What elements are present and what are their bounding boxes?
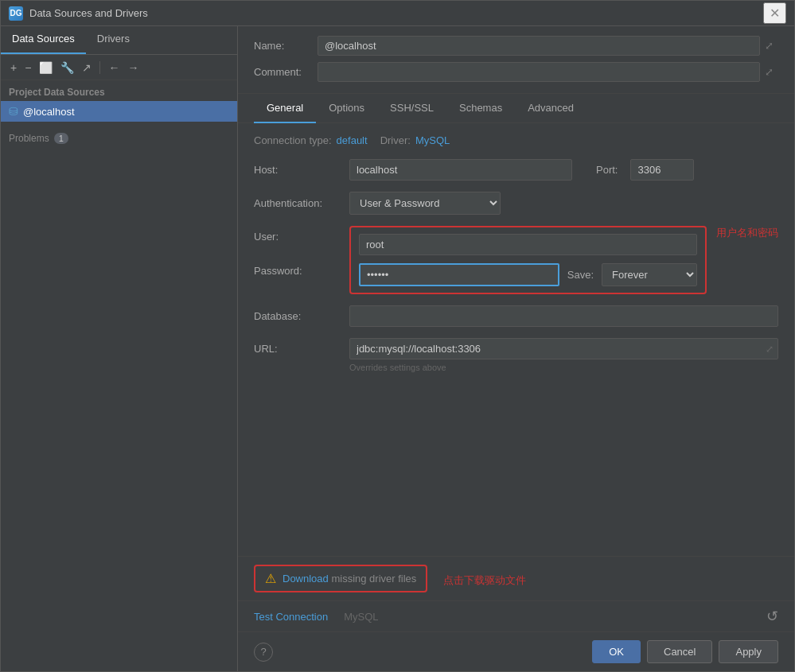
tab-general[interactable]: General [254,94,316,123]
port-label: Port: [596,164,618,176]
problems-label: Problems [9,133,49,144]
cancel-button[interactable]: Cancel [647,640,712,663]
download-area: ⚠ Download missing driver files 点击下载驱动文件 [238,556,794,600]
copy-button[interactable]: ⬜ [36,60,56,76]
host-input[interactable] [349,159,572,181]
app-icon: DG [9,6,23,21]
toolbar-separator [99,61,100,74]
host-port-row: Host: Port: [254,159,778,181]
database-input[interactable] [349,305,778,327]
name-row: Name: ⤢ [254,36,778,56]
auth-row: Authentication: User & Password [254,192,778,215]
apply-button[interactable]: Apply [719,640,778,663]
problems-section: Problems 1 [1,128,237,149]
database-row: Database: [254,305,778,327]
url-note: Overrides settings above [349,363,778,372]
refresh-button[interactable]: ↺ [766,608,778,625]
connection-type-value[interactable]: default [337,134,368,146]
url-input[interactable] [349,338,778,359]
tab-ssh-ssl[interactable]: SSH/SSL [377,94,446,123]
sidebar-toolbar: + − ⬜ 🔧 ↗ ← → [1,55,237,80]
connection-type-label: Connection type: [254,134,332,146]
save-select[interactable]: Forever [602,263,697,286]
database-icon: ⛁ [9,105,18,118]
settings-button[interactable]: 🔧 [57,60,77,76]
name-input[interactable] [318,36,760,56]
forward-button[interactable]: → [124,60,142,76]
name-expand-button[interactable]: ⤢ [760,38,778,53]
tab-drivers[interactable]: Drivers [86,26,141,54]
test-connection-row: Test Connection MySQL ↺ [238,600,794,631]
url-label: URL: [254,343,349,355]
user-label: User: [254,231,349,243]
tab-options[interactable]: Options [316,94,377,123]
comment-expand-button[interactable]: ⤢ [760,64,778,80]
port-input[interactable] [630,159,694,181]
main-window: DG Data Sources and Drivers ✕ Data Sourc… [0,0,795,672]
comment-input[interactable] [318,62,760,82]
sidebar-item-localhost[interactable]: ⛁ @localhost [1,101,237,122]
tab-advanced[interactable]: Advanced [515,94,587,123]
warning-icon: ⚠ [265,571,276,586]
driver-value[interactable]: MySQL [415,134,450,146]
footer: ? OK Cancel Apply [238,631,794,671]
sidebar-item-label: @localhost [23,106,75,118]
auth-label: Authentication: [254,197,349,209]
connection-type-row: Connection type: default Driver: MySQL [254,134,778,146]
auth-select[interactable]: User & Password [349,192,501,215]
comment-row: Comment: ⤢ [254,62,778,82]
annotation-download: 点击下载驱动文件 [443,574,526,586]
sidebar-tabs: Data Sources Drivers [1,26,237,55]
form-header: Name: ⤢ Comment: ⤢ [238,26,794,94]
host-port-inputs: Port: [349,159,778,181]
download-warning-text: Download missing driver files [283,573,416,585]
download-link[interactable]: Download [283,573,329,585]
title-bar: DG Data Sources and Drivers ✕ [1,1,794,26]
save-label-text: Save: [567,269,594,281]
host-label: Host: [254,164,349,176]
panel-content: Connection type: default Driver: MySQL H… [238,123,794,556]
driver-label: Driver: [380,134,411,146]
database-label: Database: [254,310,349,322]
tab-data-sources[interactable]: Data Sources [1,26,86,54]
name-label: Name: [254,40,318,52]
password-input[interactable] [359,263,559,286]
annotation-userpass: 用户名和密码 [716,226,778,240]
export-button[interactable]: ↗ [79,60,95,76]
window-title: Data Sources and Drivers [29,7,763,19]
help-button[interactable]: ? [254,643,273,662]
url-input-wrapper: ⤢ [349,338,778,359]
back-button[interactable]: ← [105,60,123,76]
url-expand-icon: ⤢ [766,344,774,355]
sidebar-section-label: Project Data Sources [1,80,237,101]
url-row: URL: ⤢ [254,338,778,359]
panel-tabs: General Options SSH/SSL Schemas Advanced [238,94,794,123]
ok-button[interactable]: OK [592,640,641,663]
test-mysql-label: MySQL [344,611,378,623]
problems-badge: 1 [54,133,68,144]
add-button[interactable]: + [7,60,20,76]
sidebar: Data Sources Drivers + − ⬜ 🔧 ↗ ← → Proje… [1,26,238,671]
test-connection-link[interactable]: Test Connection [254,611,328,623]
close-button[interactable]: ✕ [763,2,786,24]
comment-label: Comment: [254,66,318,78]
password-label: Password: [254,265,349,277]
tab-schemas[interactable]: Schemas [446,94,515,123]
download-warning[interactable]: ⚠ Download missing driver files [254,565,427,592]
right-panel: Name: ⤢ Comment: ⤢ General Options SSH/S… [238,26,794,671]
remove-button[interactable]: − [21,60,34,76]
main-content: Data Sources Drivers + − ⬜ 🔧 ↗ ← → Proje… [1,26,794,671]
user-input[interactable] [359,234,697,255]
